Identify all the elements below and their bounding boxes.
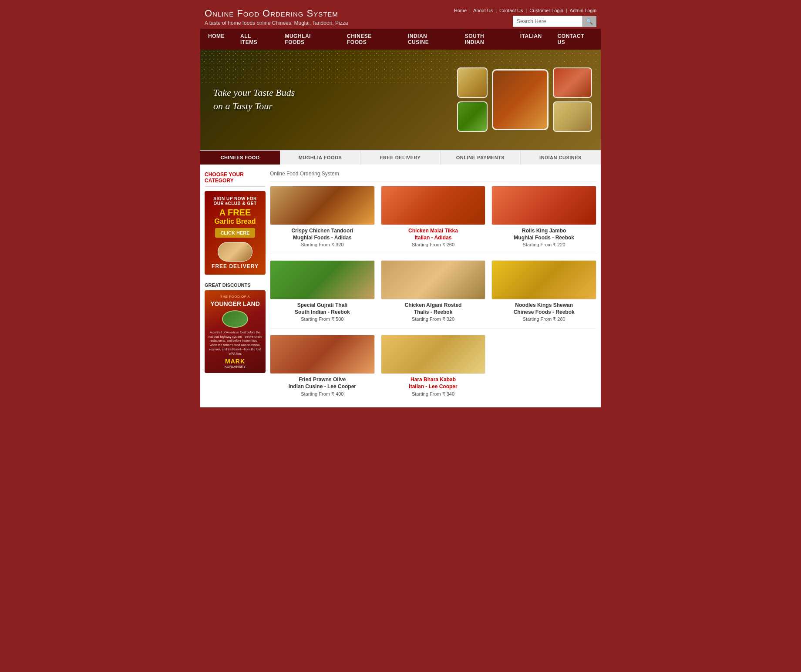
top-links: Home | About Us | Contact Us | Customer … — [454, 8, 596, 13]
product-price-7: Starting From ₹ 400 — [270, 391, 375, 397]
product-name-3: Rolls King Jambo Mughlai Foods - Reebok — [491, 228, 596, 241]
product-image-7 — [270, 335, 375, 374]
home-link[interactable]: Home — [454, 8, 467, 13]
product-image-8 — [381, 335, 486, 374]
hero-text: Take your Taste Buds on a Tasty Tour — [213, 86, 295, 113]
search-button[interactable]: 🔍 — [582, 16, 596, 27]
top-bar: Online Food Ordering System A taste of h… — [200, 4, 601, 29]
food-images-col1 — [457, 67, 488, 132]
product-price-8: Starting From ₹ 340 — [381, 391, 486, 397]
product-card-5[interactable]: Chicken Afgani Rosted Thalis - Reebok St… — [381, 260, 486, 322]
hero-line1: Take your Taste Buds — [213, 86, 295, 100]
contact-link[interactable]: Contact Us — [499, 8, 523, 13]
product-image-2 — [381, 186, 486, 225]
hero-line2: on a Tasty Tour — [213, 100, 295, 113]
food-img-hero-2 — [457, 101, 488, 132]
product-card-3[interactable]: Rolls King Jambo Mughlai Foods - Reebok … — [491, 186, 596, 248]
promo-box: SIGN UP NOW FOR OUR eCLUB & GET A FREE G… — [205, 191, 266, 275]
promo-item-label: Garlic Bread — [210, 218, 260, 225]
product-name-1: Crispy Chichen Tandoori Mughlai Foods - … — [270, 228, 375, 241]
product-price-5: Starting From ₹ 320 — [381, 316, 486, 322]
admin-login-link[interactable]: Admin Login — [570, 8, 596, 13]
product-name-6: Noodles Kings Shewan Chinese Foods - Ree… — [491, 302, 596, 316]
discounts-title: GREAT DISCOUNTS — [205, 279, 266, 290]
product-card-1[interactable]: Crispy Chichen Tandoori Mughlai Foods - … — [270, 186, 375, 248]
nav-italian[interactable]: ITALIAN — [512, 29, 550, 50]
promo-free-delivery-label: FREE DELIVERY — [210, 263, 260, 269]
products-grid-row2: Special Gujrati Thali South Indian - Ree… — [270, 260, 596, 322]
garlic-bread-image — [218, 242, 252, 262]
tab-free-delivery[interactable]: FREE DELIVERY — [360, 151, 441, 165]
book-oval-image — [222, 310, 248, 328]
product-name-8: Hara Bhara Kabab Italian - Lee Cooper — [381, 376, 486, 390]
nav-indian[interactable]: INDIAN CUSINE — [400, 29, 457, 50]
product-price-1: Starting From ₹ 320 — [270, 242, 375, 248]
book-title: YOUNGER LAND — [208, 300, 262, 308]
products-header: Online Food Ordering System — [270, 169, 596, 181]
food-img-hero-3 — [553, 67, 592, 98]
product-card-4[interactable]: Special Gujrati Thali South Indian - Ree… — [270, 260, 375, 322]
tab-chinees-food[interactable]: CHINEES FOOD — [200, 151, 280, 165]
search-input[interactable] — [513, 16, 582, 27]
main-content: CHOOSE YOUR CATEGORY SIGN UP NOW FOR OUR… — [200, 165, 601, 407]
products-grid-row3: Fried Prawns Olive Indian Cusine - Lee C… — [270, 335, 596, 396]
divider-2 — [270, 328, 596, 329]
hero-banner: Take your Taste Buds on a Tasty Tour — [200, 50, 601, 150]
product-name-4: Special Gujrati Thali South Indian - Ree… — [270, 302, 375, 316]
tab-mughlia-foods[interactable]: MUGHLIA FOODS — [280, 151, 360, 165]
product-card-8[interactable]: Hara Bhara Kabab Italian - Lee Cooper St… — [381, 335, 486, 396]
nav-chinese[interactable]: CHINESE FOODS — [339, 29, 400, 50]
product-price-3: Starting From ₹ 220 — [491, 242, 596, 248]
nav-home[interactable]: HOME — [200, 29, 232, 50]
product-image-5 — [381, 260, 486, 299]
main-nav: HOME ALL ITEMS MUGHLAI FOODS CHINESE FOO… — [200, 29, 601, 50]
promo-free-label: A FREE — [210, 208, 260, 218]
book-author-label: MARK — [208, 358, 262, 365]
book-description: A portrait of American food before the n… — [208, 330, 262, 356]
product-price-6: Starting From ₹ 280 — [491, 316, 596, 322]
product-image-6 — [491, 260, 596, 299]
product-name-7: Fried Prawns Olive Indian Cusine - Lee C… — [270, 376, 375, 390]
nav-contact[interactable]: CONTACT US — [550, 29, 601, 50]
promo-click-here-button[interactable]: CLICK HERE — [215, 228, 255, 238]
product-image-3 — [491, 186, 596, 225]
promo-sign-up-text: SIGN UP NOW FOR OUR eCLUB & GET — [210, 196, 260, 206]
book-author-name: KURLANSKY — [208, 365, 262, 369]
nav-mughlai[interactable]: MUGHLAI FOODS — [277, 29, 339, 50]
tabs-row: CHINEES FOOD MUGHLIA FOODS FREE DELIVERY… — [200, 150, 601, 165]
product-name-2: Chicken Malai Tikka Italian - Adidas — [381, 228, 486, 241]
tab-online-payments[interactable]: ONLINE PAYMENTS — [441, 151, 521, 165]
tab-indian-cusines[interactable]: INDIAN CUSINES — [521, 151, 601, 165]
product-card-7[interactable]: Fried Prawns Olive Indian Cusine - Lee C… — [270, 335, 375, 396]
book-advertisement[interactable]: THE FOOD OF A YOUNGER LAND A portrait of… — [205, 290, 266, 373]
products-area: Online Food Ordering System Crispy Chich… — [270, 169, 596, 403]
product-price-4: Starting From ₹ 500 — [270, 316, 375, 322]
book-top-text: THE FOOD OF A — [208, 295, 262, 299]
site-title: Online Food Ordering System A taste of h… — [205, 8, 348, 26]
product-image-1 — [270, 186, 375, 225]
product-price-2: Starting From ₹ 260 — [381, 242, 486, 248]
sidebar-category-title: CHOOSE YOUR CATEGORY — [205, 169, 266, 187]
food-images-col2 — [553, 67, 592, 132]
divider-1 — [270, 254, 596, 254]
hero-food-display — [457, 54, 592, 145]
site-heading: Online Food Ordering System — [205, 8, 348, 19]
product-image-4 — [270, 260, 375, 299]
food-img-hero-1 — [457, 67, 488, 98]
search-bar: 🔍 — [513, 16, 596, 27]
nav-south-indian[interactable]: SOUTH INDIAN — [457, 29, 512, 50]
nav-all-items[interactable]: ALL ITEMS — [232, 29, 277, 50]
food-img-hero-main — [492, 69, 549, 130]
product-card-2[interactable]: Chicken Malai Tikka Italian - Adidas Sta… — [381, 186, 486, 248]
product-card-6[interactable]: Noodles Kings Shewan Chinese Foods - Ree… — [491, 260, 596, 322]
product-name-5: Chicken Afgani Rosted Thalis - Reebok — [381, 302, 486, 316]
products-grid-row1: Crispy Chichen Tandoori Mughlai Foods - … — [270, 186, 596, 248]
food-img-hero-4 — [553, 101, 592, 132]
sidebar: CHOOSE YOUR CATEGORY SIGN UP NOW FOR OUR… — [205, 169, 266, 403]
top-right: Home | About Us | Contact Us | Customer … — [454, 8, 596, 27]
about-link[interactable]: About Us — [473, 8, 493, 13]
site-tagline: A taste of home foods online Chinees, Mu… — [205, 20, 348, 26]
customer-login-link[interactable]: Customer Login — [529, 8, 563, 13]
